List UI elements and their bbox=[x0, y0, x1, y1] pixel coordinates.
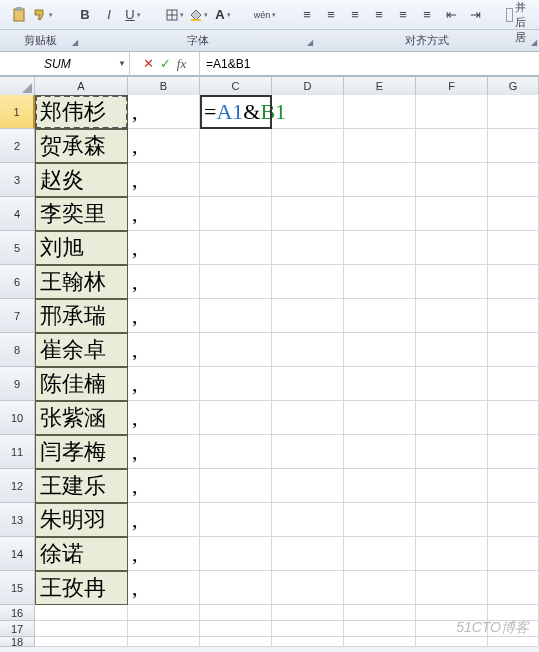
cell[interactable] bbox=[416, 333, 488, 367]
cells-area[interactable]: 郑伟杉,=A1&B1贺承森,赵炎,李奕里,刘旭,王翰林,邢承瑞,崔余卓,陈佳楠,… bbox=[35, 95, 539, 647]
fill-color-button[interactable] bbox=[188, 4, 210, 26]
cell[interactable] bbox=[272, 231, 344, 265]
cell[interactable] bbox=[416, 637, 488, 647]
italic-button[interactable]: I bbox=[98, 4, 120, 26]
align-top-icon[interactable]: ≡ bbox=[296, 4, 318, 26]
cell[interactable] bbox=[200, 503, 272, 537]
cell[interactable] bbox=[344, 571, 416, 605]
cell[interactable] bbox=[416, 367, 488, 401]
font-color-button[interactable]: A bbox=[212, 4, 234, 26]
cell[interactable]: , bbox=[128, 265, 200, 299]
cell[interactable] bbox=[272, 637, 344, 647]
cell[interactable]: 王孜冉 bbox=[35, 571, 128, 605]
cell[interactable] bbox=[200, 299, 272, 333]
cell[interactable] bbox=[488, 571, 539, 605]
cell[interactable]: , bbox=[128, 435, 200, 469]
cell[interactable] bbox=[344, 299, 416, 333]
cell[interactable] bbox=[344, 163, 416, 197]
row-header[interactable]: 18 bbox=[0, 637, 35, 647]
column-header-D[interactable]: D bbox=[272, 77, 344, 95]
cell[interactable] bbox=[272, 605, 344, 621]
cell[interactable] bbox=[416, 537, 488, 571]
align-bottom-icon[interactable]: ≡ bbox=[344, 4, 366, 26]
cell[interactable] bbox=[344, 637, 416, 647]
cell[interactable] bbox=[35, 637, 128, 647]
underline-button[interactable]: U bbox=[122, 4, 144, 26]
cell[interactable]: , bbox=[128, 367, 200, 401]
cell[interactable] bbox=[416, 231, 488, 265]
align-middle-icon[interactable]: ≡ bbox=[320, 4, 342, 26]
cell[interactable] bbox=[272, 571, 344, 605]
cell[interactable] bbox=[416, 265, 488, 299]
borders-button[interactable] bbox=[164, 4, 186, 26]
align-right-icon[interactable]: ≡ bbox=[416, 4, 438, 26]
paste-icon[interactable] bbox=[8, 4, 30, 26]
cell[interactable] bbox=[200, 333, 272, 367]
cell[interactable] bbox=[200, 621, 272, 637]
cell[interactable] bbox=[272, 299, 344, 333]
column-header-G[interactable]: G bbox=[488, 77, 539, 95]
indent-increase-icon[interactable]: ⇥ bbox=[464, 4, 486, 26]
cell[interactable]: , bbox=[128, 95, 200, 129]
cell[interactable] bbox=[344, 197, 416, 231]
row-header[interactable]: 7 bbox=[0, 299, 35, 333]
cell[interactable]: 邢承瑞 bbox=[35, 299, 128, 333]
row-header[interactable]: 2 bbox=[0, 129, 35, 163]
cell[interactable] bbox=[488, 503, 539, 537]
cell[interactable] bbox=[272, 129, 344, 163]
formula-input[interactable] bbox=[200, 53, 539, 75]
select-all-corner[interactable] bbox=[0, 77, 35, 95]
column-header-F[interactable]: F bbox=[416, 77, 488, 95]
cell[interactable] bbox=[416, 401, 488, 435]
cell[interactable] bbox=[416, 129, 488, 163]
cell[interactable] bbox=[416, 469, 488, 503]
cell[interactable] bbox=[128, 605, 200, 621]
cell[interactable] bbox=[272, 435, 344, 469]
enter-icon[interactable]: ✓ bbox=[160, 56, 171, 71]
bold-button[interactable]: B bbox=[74, 4, 96, 26]
cell[interactable] bbox=[488, 265, 539, 299]
cell[interactable] bbox=[488, 537, 539, 571]
cell[interactable] bbox=[272, 401, 344, 435]
cell[interactable] bbox=[200, 265, 272, 299]
cell[interactable]: , bbox=[128, 537, 200, 571]
cell[interactable] bbox=[200, 605, 272, 621]
cell[interactable] bbox=[272, 503, 344, 537]
cell[interactable] bbox=[272, 367, 344, 401]
cell[interactable] bbox=[488, 197, 539, 231]
row-header[interactable]: 6 bbox=[0, 265, 35, 299]
cell[interactable] bbox=[488, 401, 539, 435]
cell[interactable]: , bbox=[128, 333, 200, 367]
cell[interactable]: 王建乐 bbox=[35, 469, 128, 503]
cell[interactable] bbox=[272, 265, 344, 299]
row-header[interactable]: 11 bbox=[0, 435, 35, 469]
cell[interactable] bbox=[128, 621, 200, 637]
cell[interactable] bbox=[344, 231, 416, 265]
indent-decrease-icon[interactable]: ⇤ bbox=[440, 4, 462, 26]
row-header[interactable]: 9 bbox=[0, 367, 35, 401]
row-header[interactable]: 4 bbox=[0, 197, 35, 231]
column-header-A[interactable]: A bbox=[35, 77, 128, 95]
cell[interactable] bbox=[200, 367, 272, 401]
cell[interactable] bbox=[272, 621, 344, 637]
dialog-launcher-icon[interactable]: ◢ bbox=[72, 38, 78, 47]
cell[interactable] bbox=[344, 401, 416, 435]
cell[interactable] bbox=[488, 129, 539, 163]
name-box-input[interactable] bbox=[0, 53, 115, 75]
cell[interactable] bbox=[344, 95, 416, 129]
cell[interactable] bbox=[344, 621, 416, 637]
cell[interactable] bbox=[488, 367, 539, 401]
cell[interactable] bbox=[272, 163, 344, 197]
column-header-B[interactable]: B bbox=[128, 77, 200, 95]
cell[interactable] bbox=[344, 367, 416, 401]
row-header[interactable]: 14 bbox=[0, 537, 35, 571]
cell[interactable] bbox=[416, 503, 488, 537]
name-box[interactable]: ▼ bbox=[0, 52, 130, 76]
cell[interactable] bbox=[200, 469, 272, 503]
cell[interactable]: 王翰林 bbox=[35, 265, 128, 299]
cell[interactable] bbox=[200, 537, 272, 571]
cell[interactable]: 朱明羽 bbox=[35, 503, 128, 537]
row-header[interactable]: 16 bbox=[0, 605, 35, 621]
cell[interactable] bbox=[344, 469, 416, 503]
cell[interactable]: , bbox=[128, 231, 200, 265]
